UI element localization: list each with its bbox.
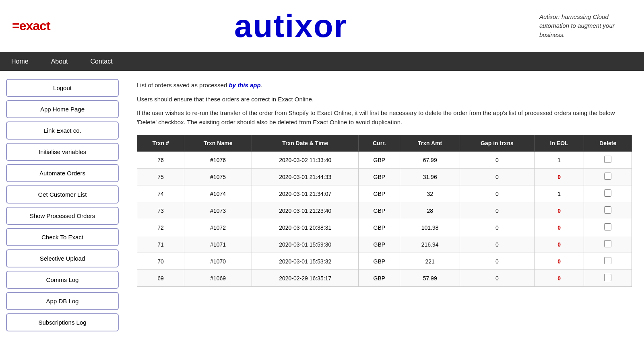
description-suffix: .: [261, 82, 262, 88]
sidebar-btn-check-to-exact[interactable]: Check To Exact: [6, 228, 119, 246]
table-row: 69#10692020-02-29 16:35:17GBP57.9900: [137, 270, 632, 287]
table-cell: 1: [534, 152, 584, 169]
table-cell: 2020-03-01 21:34:07: [252, 185, 359, 202]
sidebar-btn-get-customer-list[interactable]: Get Customer List: [6, 185, 119, 204]
table-cell: GBP: [359, 253, 400, 270]
table-cell: #1073: [184, 202, 252, 219]
description-prefix: List of orders saved as processed: [137, 82, 229, 88]
table-cell: #1069: [184, 270, 252, 287]
col-header-trxn-: Trxn #: [137, 135, 184, 152]
delete-checkbox[interactable]: [604, 240, 611, 247]
col-header-gap-in-trxns: Gap in trxns: [460, 135, 535, 152]
table-cell: 0: [460, 253, 535, 270]
table-cell: 70: [137, 253, 184, 270]
delete-cell: [584, 169, 632, 185]
nav-item-about[interactable]: About: [40, 52, 79, 71]
table-row: 70#10702020-03-01 15:53:32GBP22100: [137, 253, 632, 270]
table-cell: GBP: [359, 219, 400, 236]
table-cell: 101.98: [400, 219, 460, 236]
table-row: 71#10712020-03-01 15:59:30GBP216.9400: [137, 236, 632, 253]
sidebar-btn-app-db-log[interactable]: App DB Log: [6, 292, 119, 310]
sidebar-btn-subscriptions-log[interactable]: Subscriptions Log: [6, 313, 119, 331]
table-cell: 2020-03-01 15:53:32: [252, 253, 359, 270]
exact-logo-container: =exact: [12, 19, 50, 33]
table-cell: 57.99: [400, 270, 460, 287]
table-cell: 0: [534, 236, 584, 253]
exact-logo: =exact: [12, 19, 50, 33]
table-cell: 2020-03-01 15:59:30: [252, 236, 359, 253]
table-cell: 69: [137, 270, 184, 287]
delete-checkbox[interactable]: [604, 257, 611, 264]
main-layout: LogoutApp Home PageLink Exact co.Initial…: [0, 71, 644, 339]
description-line3: If the user wishes to re-run the transfe…: [137, 109, 632, 127]
table-cell: #1072: [184, 219, 252, 236]
table-cell: 0: [460, 219, 535, 236]
table-row: 74#10742020-03-01 21:34:07GBP3201: [137, 185, 632, 202]
nav-item-contact[interactable]: Contact: [79, 52, 124, 71]
description-line2: Users should ensure that these orders ar…: [137, 95, 632, 104]
nav-item-home[interactable]: Home: [0, 52, 40, 71]
description-line1: List of orders saved as processed by thi…: [137, 81, 632, 90]
table-cell: 0: [460, 152, 535, 169]
main-content: List of orders saved as processed by thi…: [125, 71, 644, 339]
delete-checkbox[interactable]: [604, 223, 611, 230]
sidebar-btn-logout[interactable]: Logout: [6, 79, 119, 97]
table-cell: 0: [460, 202, 535, 219]
delete-checkbox[interactable]: [604, 173, 611, 180]
table-cell: 71: [137, 236, 184, 253]
sidebar-btn-comms-log[interactable]: Comms Log: [6, 271, 119, 289]
table-cell: 1: [534, 185, 584, 202]
table-cell: 0: [460, 185, 535, 202]
delete-cell: [584, 219, 632, 236]
sidebar-btn-automate-orders[interactable]: Automate Orders: [6, 164, 119, 182]
delete-cell: [584, 152, 632, 169]
sidebar-btn-show-processed-orders[interactable]: Show Processed Orders: [6, 207, 119, 225]
table-cell: 75: [137, 169, 184, 185]
table-cell: 2020-03-01 21:44:33: [252, 169, 359, 185]
col-header-trxn-amt: Trxn Amt: [400, 135, 460, 152]
table-cell: 74: [137, 185, 184, 202]
sidebar-btn-initialise-variables[interactable]: Initialise variables: [6, 143, 119, 161]
header-center: autixor: [50, 10, 531, 42]
header: =exact autixor Autixor: harnessing Cloud…: [0, 0, 644, 52]
table-cell: 216.94: [400, 236, 460, 253]
table-row: 76#10762020-03-02 11:33:40GBP67.9901: [137, 152, 632, 169]
table-cell: 76: [137, 152, 184, 169]
table-cell: #1070: [184, 253, 252, 270]
table-cell: 2020-03-01 20:38:31: [252, 219, 359, 236]
table-cell: #1075: [184, 169, 252, 185]
table-cell: 67.99: [400, 152, 460, 169]
table-cell: 0: [534, 219, 584, 236]
table-cell: #1071: [184, 236, 252, 253]
header-tagline: Autixor: harnessing Cloud automation to …: [531, 12, 632, 40]
delete-checkbox[interactable]: [604, 274, 611, 281]
table-cell: 2020-02-29 16:35:17: [252, 270, 359, 287]
table-cell: 28: [400, 202, 460, 219]
table-cell: 32: [400, 185, 460, 202]
delete-checkbox[interactable]: [604, 206, 611, 214]
sidebar-btn-app-home-page[interactable]: App Home Page: [6, 100, 119, 118]
table-cell: #1074: [184, 185, 252, 202]
delete-checkbox[interactable]: [604, 189, 611, 197]
autixor-logo: autixor: [50, 10, 531, 42]
table-cell: GBP: [359, 152, 400, 169]
table-cell: 73: [137, 202, 184, 219]
table-cell: GBP: [359, 169, 400, 185]
col-header-delete: Delete: [584, 135, 632, 152]
table-cell: 0: [534, 253, 584, 270]
table-cell: 2020-03-01 21:23:40: [252, 202, 359, 219]
table-cell: 221: [400, 253, 460, 270]
table-cell: 0: [534, 202, 584, 219]
col-header-trxn-name: Trxn Name: [184, 135, 252, 152]
table-cell: GBP: [359, 236, 400, 253]
sidebar-btn-selective-upload[interactable]: Selective Upload: [6, 249, 119, 267]
table-cell: 0: [534, 270, 584, 287]
table-row: 73#10732020-03-01 21:23:40GBP2800: [137, 202, 632, 219]
delete-cell: [584, 202, 632, 219]
table-cell: 0: [460, 270, 535, 287]
col-header-in-eol: In EOL: [534, 135, 584, 152]
delete-checkbox[interactable]: [604, 156, 611, 163]
sidebar-btn-link-exact-co.[interactable]: Link Exact co.: [6, 121, 119, 140]
delete-cell: [584, 236, 632, 253]
orders-table: Trxn #Trxn NameTrxn Date & TimeCurr.Trxn…: [137, 135, 632, 287]
